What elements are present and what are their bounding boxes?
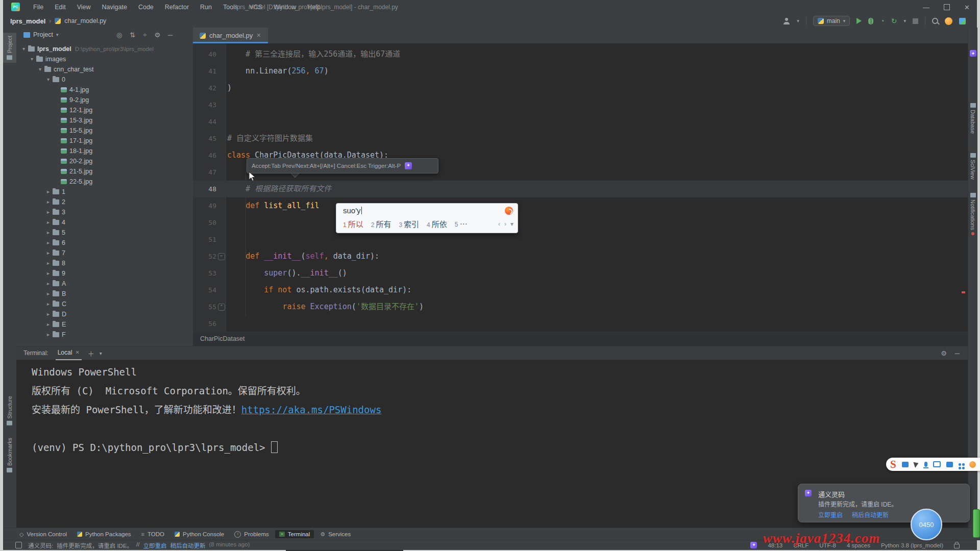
tree-item[interactable]: ▸3 [16, 207, 193, 217]
expand-collapse-icon[interactable]: ⇅ [130, 31, 135, 39]
tree-chevron-icon[interactable]: ▾ [37, 64, 43, 74]
search-everywhere-icon[interactable] [932, 18, 938, 24]
tree-item[interactable]: ▸F [16, 330, 193, 340]
ime-pager-icon[interactable]: ▾ [510, 220, 513, 228]
toolwindow-todo[interactable]: ≡TODO [137, 530, 168, 538]
ime-pager-icon[interactable]: ‹ [498, 220, 500, 228]
chevron-down-icon[interactable]: ▾ [797, 18, 799, 23]
stripe-tab-bookmarks[interactable]: Bookmarks [3, 435, 16, 475]
run-configuration-select[interactable]: main ▾ [813, 16, 850, 26]
tree-item[interactable]: 22-5.jpg [16, 177, 193, 187]
tree-item[interactable]: ▸5 [16, 228, 193, 238]
collapse-all-icon[interactable]: ÷ [143, 31, 146, 39]
tree-chevron-icon[interactable]: ▸ [45, 217, 52, 228]
tree-chevron-icon[interactable]: ▾ [29, 54, 35, 64]
fold-marker-icon[interactable]: ⌃ [218, 304, 225, 311]
tree-item[interactable]: ▾images [16, 54, 193, 64]
tree-chevron-icon[interactable]: ▸ [45, 228, 52, 238]
tree-item[interactable]: ▸8 [16, 258, 193, 268]
clothes-icon[interactable] [946, 462, 953, 467]
tree-chevron-icon[interactable]: ▸ [45, 207, 52, 217]
run-button[interactable] [856, 18, 862, 24]
tree-item[interactable]: 18-1.jpg [16, 146, 193, 156]
breadcrumb-project[interactable]: lprs_model [10, 17, 45, 25]
tree-chevron-icon[interactable]: ▸ [45, 330, 52, 340]
stripe-tab-database[interactable]: Database [968, 100, 977, 137]
toolwindow-python-packages[interactable]: Python Packages [73, 530, 135, 538]
tree-chevron-icon[interactable]: ▸ [45, 187, 52, 197]
tree-item[interactable]: ▸1 [16, 187, 193, 197]
ime-candidate[interactable]: 4所依 [427, 218, 447, 229]
menu-file[interactable]: File [28, 0, 49, 14]
stripe-tab-structure[interactable]: Structure [3, 393, 16, 429]
tree-item[interactable]: ▸7 [16, 248, 193, 258]
tree-item[interactable]: ▸6 [16, 238, 193, 248]
tree-item[interactable]: 4-1.jpg [16, 85, 193, 95]
terminal-hide-icon[interactable]: ─ [955, 349, 960, 357]
menu-view[interactable]: View [71, 0, 96, 14]
breadcrumb-file[interactable]: char_model.py [64, 17, 106, 24]
tree-item[interactable]: ▸2 [16, 197, 193, 207]
tree-chevron-icon[interactable]: ▸ [45, 279, 52, 289]
terminal-dropdown-icon[interactable]: ▾ [100, 350, 102, 356]
stripe-tab-notifications[interactable]: Notifications [968, 190, 977, 238]
ime-candidate[interactable]: 1所以 [343, 218, 363, 229]
fold-marker-icon[interactable]: − [218, 253, 225, 260]
tree-item[interactable]: ▾cnn_char_test [16, 64, 193, 74]
tab-char-model[interactable]: char_model.py ✕ [193, 28, 268, 43]
tree-item[interactable]: ▸C [16, 299, 193, 309]
menu-edit[interactable]: Edit [49, 0, 71, 14]
stripe-tab-project[interactable]: Project [3, 33, 16, 63]
tab-close-icon[interactable]: ✕ [256, 32, 261, 39]
maximize-icon[interactable] [944, 4, 950, 10]
ime-candidate[interactable]: 2所有 [371, 218, 391, 229]
code-editor[interactable]: 40 # 第三全连接层，输入256通道，输出67通道41 nn.Linear(2… [193, 43, 968, 332]
lingma-status-icon[interactable]: ✦ [750, 542, 757, 548]
profiler-button[interactable]: ◔ [880, 17, 884, 24]
stripe-tab-sciview[interactable]: SciView [968, 150, 977, 183]
tree-chevron-icon[interactable]: ▸ [45, 197, 52, 207]
settings-gear-icon[interactable]: ⚙ [154, 31, 160, 39]
toolwindow-terminal[interactable]: >Terminal [275, 530, 314, 538]
user-icon[interactable] [783, 18, 790, 24]
interpreter-widget[interactable]: Python 3.8 (lprs_model) [881, 542, 943, 548]
lock-icon[interactable] [954, 544, 960, 548]
status-later-link[interactable]: 稍后自动更新 [170, 541, 205, 549]
ime-pager-icon[interactable]: › [504, 220, 506, 228]
tree-item[interactable]: ▸D [16, 309, 193, 319]
tree-chevron-icon[interactable]: ▸ [45, 319, 52, 330]
floating-blue-badge[interactable]: 0450 [911, 509, 942, 540]
microphone-icon[interactable] [924, 462, 927, 467]
ime-candidate[interactable]: 5⋯ [455, 219, 468, 229]
menu-code[interactable]: Code [133, 0, 159, 14]
tree-chevron-icon[interactable]: ▸ [45, 299, 52, 309]
close-icon[interactable]: ✕ [964, 4, 970, 11]
tree-chevron-icon[interactable]: ▸ [45, 268, 52, 279]
toolwindow-problems[interactable]: !Problems [230, 530, 273, 539]
hide-panel-icon[interactable]: ─ [168, 31, 173, 39]
event-log-icon[interactable] [15, 542, 22, 548]
chevron-down-icon[interactable]: ▾ [903, 18, 906, 23]
screenshot-icon[interactable] [933, 461, 941, 467]
tree-item[interactable]: ▾0 [16, 74, 193, 85]
update-later-link[interactable]: 稍后自动更新 [852, 510, 889, 519]
editor-breadcrumb[interactable]: CharPicDataset [193, 332, 968, 346]
tree-item[interactable]: ▾lprs_modelD:\python_pro\lpr3\lprs_model [16, 44, 193, 54]
project-view-select[interactable]: Project ▾ [23, 31, 58, 38]
terminal-settings-gear-icon[interactable]: ⚙ [941, 349, 947, 357]
stripe-tab-lingma[interactable]: ✦ [968, 47, 977, 60]
tree-item[interactable]: 15-3.jpg [16, 115, 193, 126]
tree-item[interactable]: ▸B [16, 289, 193, 299]
tree-chevron-icon[interactable]: ▾ [20, 44, 27, 54]
edge-green-widget[interactable] [973, 509, 980, 538]
tree-item[interactable]: ▸A [16, 279, 193, 289]
new-terminal-icon[interactable]: ＋ [88, 348, 94, 358]
toolwindow-python-console[interactable]: Python Console [170, 530, 228, 538]
terminal-link[interactable]: https://aka.ms/PSWindows [241, 404, 382, 415]
tree-item[interactable]: ▸E [16, 319, 193, 330]
chat-bubble-icon[interactable] [902, 462, 909, 467]
tree-item[interactable]: ▸4 [16, 217, 193, 228]
recorder-logo-icon[interactable]: S [890, 459, 896, 470]
menu-refactor[interactable]: Refactor [159, 0, 194, 14]
plugin-colored-icon[interactable] [959, 18, 966, 24]
